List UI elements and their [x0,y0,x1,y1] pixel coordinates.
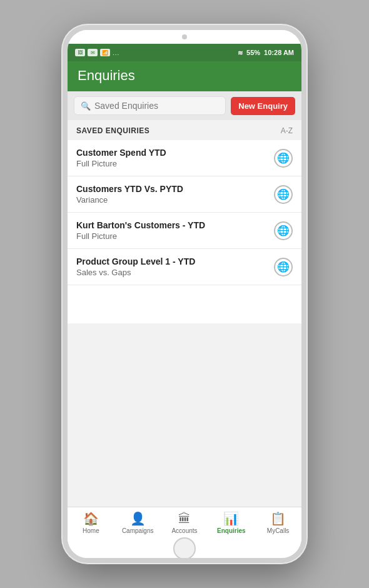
device-frame: 🖼 ✉ 📶 ... ≋ 55% 10:28 AM Enquiries 🔍 New… [63,25,306,563]
nav-label-campaigns: Campaigns [122,527,154,534]
wifi-icon: ≋ [238,49,243,56]
enquiry-text-2: Kurt Barton's Customers - YTD Full Pictu… [76,220,274,241]
search-input-wrapper[interactable]: 🔍 [74,96,226,115]
status-right: ≋ 55% 10:28 AM [238,49,294,56]
enquiry-name-2: Kurt Barton's Customers - YTD [76,220,274,230]
nav-label-mycalls: MyCalls [267,527,290,534]
globe-icon-3[interactable]: 🌐 [274,258,293,276]
enquiry-sub-2: Full Picture [76,231,274,241]
section-header: SAVED ENQUIRIES A-Z [68,120,301,140]
list-item[interactable]: Customer Spend YTD Full Picture 🌐 [68,140,301,176]
sort-label: A-Z [281,126,293,135]
globe-icon-2[interactable]: 🌐 [274,221,293,240]
nav-icon-enquiries: 📊 [223,511,239,526]
enquiry-name-0: Customer Spend YTD [76,148,274,158]
status-dots: ... [113,49,119,56]
camera-dot [182,34,187,39]
nav-item-mycalls[interactable]: 📋 MyCalls [255,511,301,534]
globe-icon-1[interactable]: 🌐 [274,185,293,204]
nav-label-enquiries: Enquiries [217,527,246,534]
search-icon: 🔍 [81,101,91,111]
screen: 🖼 ✉ 📶 ... ≋ 55% 10:28 AM Enquiries 🔍 New… [68,44,301,539]
enquiry-text-1: Customers YTD Vs. PYTD Variance [76,184,274,205]
photo-icon: 🖼 [75,49,85,56]
nav-icon-mycalls: 📋 [270,511,286,526]
nav-icon-home: 🏠 [83,511,99,526]
nav-item-home[interactable]: 🏠 Home [68,511,114,534]
nav-label-accounts: Accounts [171,527,197,534]
status-bar: 🖼 ✉ 📶 ... ≋ 55% 10:28 AM [68,44,301,61]
status-left: 🖼 ✉ 📶 ... [75,49,119,56]
nav-icon-accounts: 🏛 [178,512,191,526]
new-enquiry-button[interactable]: New Enquiry [231,97,295,115]
enquiry-sub-0: Full Picture [76,159,274,168]
enquiry-name-1: Customers YTD Vs. PYTD [76,184,274,194]
section-title: SAVED ENQUIRIES [76,126,149,135]
nav-item-enquiries[interactable]: 📊 Enquiries [208,511,255,534]
nav-item-campaigns[interactable]: 👤 Campaigns [114,511,161,534]
list-item[interactable]: Product Group Level 1 - YTD Sales vs. Ga… [68,249,301,285]
empty-space [68,323,301,507]
app-header: Enquiries [68,61,301,91]
device-top-bar [68,30,301,44]
signal-icon: 📶 [100,49,110,56]
status-time: 10:28 AM [264,49,294,56]
enquiry-text-3: Product Group Level 1 - YTD Sales vs. Ga… [76,256,274,277]
enquiry-text-0: Customer Spend YTD Full Picture [76,148,274,168]
nav-item-accounts[interactable]: 🏛 Accounts [161,512,208,534]
bottom-nav: 🏠 Home 👤 Campaigns 🏛 Accounts 📊 Enquirie… [68,507,301,539]
nav-label-home: Home [83,527,99,534]
enquiry-list: Customer Spend YTD Full Picture 🌐 Custom… [68,140,301,323]
nav-icon-campaigns: 👤 [130,511,146,526]
enquiry-name-3: Product Group Level 1 - YTD [76,256,274,266]
device-bottom-bar [68,539,301,558]
message-icon: ✉ [88,49,98,56]
battery-level: 55% [246,49,260,56]
home-button[interactable] [173,537,196,560]
list-item[interactable]: Customers YTD Vs. PYTD Variance 🌐 [68,176,301,213]
search-input[interactable] [94,101,219,111]
list-item[interactable]: Kurt Barton's Customers - YTD Full Pictu… [68,213,301,249]
enquiry-sub-1: Variance [76,195,274,205]
app-title: Enquiries [78,68,135,83]
globe-icon-0[interactable]: 🌐 [274,149,293,168]
enquiry-sub-3: Sales vs. Gaps [76,268,274,277]
search-bar-container: 🔍 New Enquiry [68,91,301,120]
